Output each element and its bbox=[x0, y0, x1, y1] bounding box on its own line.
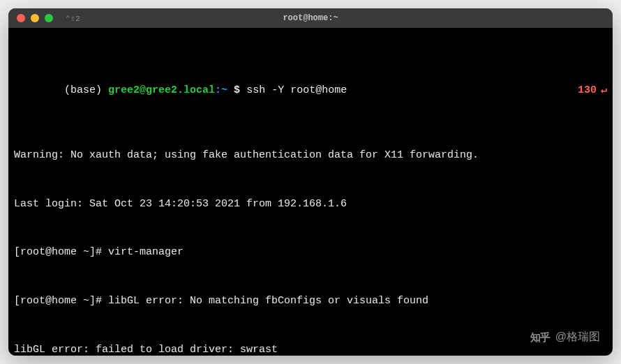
exit-code: 130 bbox=[578, 84, 597, 96]
traffic-lights bbox=[17, 14, 53, 22]
terminal-line: libGL error: failed to load driver: swra… bbox=[14, 342, 607, 356]
command-text: ssh -Y root@home bbox=[246, 84, 347, 96]
watermark-text: @格瑞图 bbox=[555, 328, 600, 346]
return-icon: ↵ bbox=[601, 84, 607, 96]
terminal-window: ⌃⇧2 root@home:~ (base) gree2@gree2.local… bbox=[8, 8, 613, 356]
terminal-line: [root@home ~]# libGL error: No matching … bbox=[14, 293, 607, 309]
conda-env: (base) bbox=[64, 84, 102, 96]
window-title: root@home:~ bbox=[283, 13, 338, 23]
close-icon[interactable] bbox=[17, 14, 25, 22]
terminal-line: Warning: No xauth data; using fake authe… bbox=[14, 147, 607, 163]
maximize-icon[interactable] bbox=[45, 14, 53, 22]
zhihu-logo-icon: 知乎 bbox=[530, 329, 550, 345]
watermark: 知乎 @格瑞图 bbox=[530, 328, 600, 346]
terminal-line: [root@home ~]# virt-manager bbox=[14, 244, 607, 260]
titlebar: ⌃⇧2 root@home:~ bbox=[8, 8, 613, 28]
prompt-symbol: $ bbox=[227, 84, 246, 96]
prompt-colon: : bbox=[215, 84, 221, 96]
terminal-line: (base) gree2@gree2.local:~ $ ssh -Y root… bbox=[14, 66, 607, 115]
prompt-userhost: gree2@gree2.local bbox=[108, 84, 215, 96]
minimize-icon[interactable] bbox=[31, 14, 39, 22]
prompt-path: ~ bbox=[221, 84, 227, 96]
tab-label: ⌃⇧2 bbox=[66, 14, 80, 23]
terminal-line: Last login: Sat Oct 23 14:20:53 2021 fro… bbox=[14, 196, 607, 212]
terminal-body[interactable]: (base) gree2@gree2.local:~ $ ssh -Y root… bbox=[8, 28, 613, 356]
